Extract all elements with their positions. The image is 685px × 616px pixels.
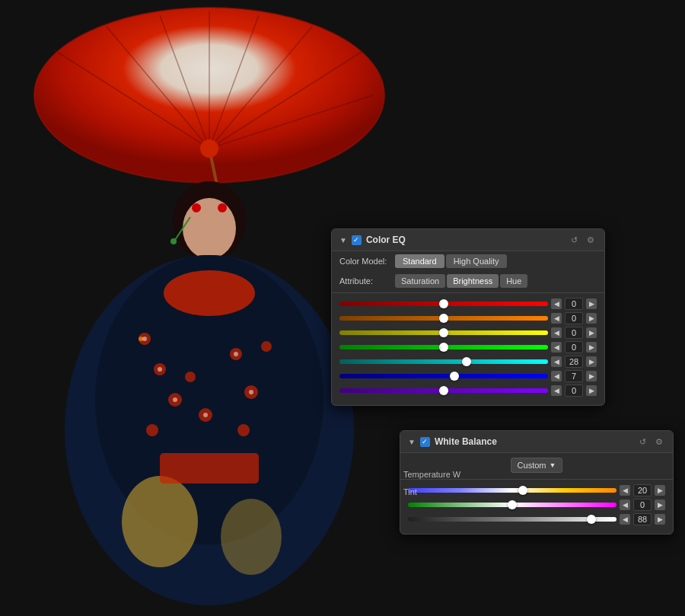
wb-preset-label: Custom — [518, 461, 546, 470]
slider-row-blue: ◀ 7 ▶ — [339, 370, 597, 382]
slider-yellow-decrement[interactable]: ◀ — [551, 327, 562, 338]
wb-tint-decrement[interactable]: ◀ — [620, 500, 630, 510]
wb-slider3-increment[interactable]: ▶ — [655, 514, 665, 525]
color-eq-header: ▼ ✓ Color EQ ↺ ⚙ — [332, 229, 604, 251]
svg-point-33 — [158, 367, 162, 372]
color-eq-panel: ▼ ✓ Color EQ ↺ ⚙ Color Model: Standard H… — [331, 228, 605, 406]
slider-cyan-track — [339, 359, 548, 364]
wb-temp-decrement[interactable]: ◀ — [620, 485, 630, 496]
svg-point-10 — [200, 139, 218, 158]
slider-purple-increment[interactable]: ▶ — [586, 385, 597, 396]
wb-slider3-thumb[interactable] — [587, 515, 596, 524]
dropdown-arrow-icon: ▼ — [549, 461, 556, 469]
slider-orange-increment[interactable]: ▶ — [586, 313, 597, 324]
wb-preset-row: Custom ▼ — [400, 453, 673, 477]
slider-cyan-thumb[interactable] — [462, 357, 471, 366]
slider-orange-track-container[interactable] — [339, 313, 548, 324]
slider-purple-thumb[interactable] — [439, 386, 448, 395]
wb-refresh-icon[interactable]: ↺ — [636, 436, 648, 448]
wb-slider3-value: 88 — [633, 513, 652, 525]
tab-saturation[interactable]: Saturation — [395, 274, 445, 288]
slider-red-track-container[interactable] — [339, 298, 548, 309]
slider-row-red: ◀ 0 ▶ — [339, 298, 597, 310]
slider-row-cyan: ◀ 28 ▶ — [339, 356, 597, 368]
wb-tint-track-container[interactable] — [408, 500, 616, 510]
slider-row-purple: ◀ 0 ▶ — [339, 385, 597, 397]
slider-orange-value: 0 — [565, 312, 583, 324]
tab-brightness[interactable]: Brightness — [447, 274, 499, 288]
white-balance-panel: ▼ ✓ White Balance ↺ ⚙ Custom ▼ ◀ 20 ▶ — [400, 430, 674, 535]
slider-cyan-value: 28 — [565, 356, 583, 368]
slider-yellow-value: 0 — [565, 327, 583, 339]
wb-sliders-container: ◀ 20 ▶ ◀ 0 ▶ ◀ 88 ▶ — [400, 481, 673, 534]
slider-yellow-increment[interactable]: ▶ — [586, 327, 597, 338]
svg-point-32 — [142, 337, 147, 341]
svg-point-36 — [234, 352, 238, 356]
wb-slider3-decrement[interactable]: ◀ — [620, 514, 630, 525]
svg-point-35 — [203, 413, 208, 417]
slider-row-yellow: ◀ 0 ▶ — [339, 327, 597, 339]
wb-tint-value: 0 — [633, 499, 652, 511]
slider-red-increment[interactable]: ▶ — [586, 298, 597, 309]
slider-green-track-container[interactable] — [339, 342, 548, 353]
wb-slider3-track-container[interactable] — [408, 514, 616, 525]
tab-high-quality[interactable]: High Quality — [446, 254, 507, 268]
slider-red-value: 0 — [565, 298, 583, 310]
wb-checkbox[interactable]: ✓ — [420, 437, 430, 447]
wb-slider-row-3: ◀ 88 ▶ — [408, 513, 665, 525]
slider-orange-track — [339, 316, 548, 321]
wb-tint-thumb[interactable] — [508, 500, 517, 509]
tab-standard[interactable]: Standard — [395, 254, 444, 268]
slider-green-decrement[interactable]: ◀ — [551, 342, 562, 353]
svg-point-39 — [221, 499, 282, 575]
wb-preset-dropdown[interactable]: Custom ▼ — [511, 458, 563, 473]
refresh-icon[interactable]: ↺ — [568, 234, 580, 246]
slider-orange-decrement[interactable]: ◀ — [551, 313, 562, 324]
slider-purple-value: 0 — [565, 385, 583, 397]
svg-point-17 — [170, 238, 177, 244]
svg-point-30 — [261, 341, 272, 352]
slider-row-green: ◀ 0 ▶ — [339, 341, 597, 353]
gear-icon[interactable]: ⚙ — [585, 234, 597, 246]
svg-point-26 — [185, 372, 196, 382]
slider-cyan-decrement[interactable]: ◀ — [551, 356, 562, 367]
tab-hue[interactable]: Hue — [500, 274, 527, 288]
slider-green-increment[interactable]: ▶ — [586, 342, 597, 353]
svg-point-34 — [173, 397, 177, 402]
slider-green-value: 0 — [565, 341, 583, 353]
wb-collapse-icon[interactable]: ▼ — [408, 438, 416, 446]
attribute-row: Attribute: Saturation Brightness Hue — [332, 271, 604, 291]
slider-blue-thumb[interactable] — [450, 372, 459, 381]
svg-point-37 — [249, 390, 253, 394]
slider-blue-decrement[interactable]: ◀ — [551, 371, 562, 381]
slider-purple-track-container[interactable] — [339, 385, 548, 396]
slider-cyan-track-container[interactable] — [339, 356, 548, 367]
color-eq-title: Color EQ — [366, 235, 563, 245]
wb-temp-track-container[interactable] — [408, 485, 616, 496]
slider-blue-track-container[interactable] — [339, 371, 548, 381]
slider-cyan-increment[interactable]: ▶ — [586, 356, 597, 367]
wb-tint-track — [408, 503, 616, 507]
color-eq-checkbox[interactable]: ✓ — [352, 235, 362, 245]
slider-blue-track — [339, 374, 548, 378]
panel-collapse-icon[interactable]: ▼ — [339, 236, 347, 244]
wb-slider-row-tint: ◀ 0 ▶ — [408, 499, 665, 511]
slider-orange-thumb[interactable] — [439, 314, 448, 323]
slider-blue-increment[interactable]: ▶ — [586, 371, 597, 381]
slider-purple-decrement[interactable]: ◀ — [551, 385, 562, 396]
slider-purple-track — [339, 388, 548, 393]
svg-point-25 — [146, 424, 158, 436]
slider-red-decrement[interactable]: ◀ — [551, 298, 562, 309]
wb-temp-thumb[interactable] — [518, 486, 527, 495]
attribute-tabs: Saturation Brightness Hue — [395, 274, 527, 288]
wb-tint-increment[interactable]: ▶ — [655, 500, 665, 510]
slider-yellow-thumb[interactable] — [439, 328, 448, 337]
svg-point-38 — [122, 476, 198, 567]
wb-header: ▼ ✓ White Balance ↺ ⚙ — [400, 431, 673, 453]
slider-red-thumb[interactable] — [439, 299, 448, 308]
wb-gear-icon[interactable]: ⚙ — [653, 436, 665, 448]
slider-yellow-track-container[interactable] — [339, 327, 548, 338]
svg-rect-40 — [160, 453, 259, 484]
slider-green-thumb[interactable] — [439, 343, 448, 352]
wb-temp-increment[interactable]: ▶ — [655, 485, 665, 496]
